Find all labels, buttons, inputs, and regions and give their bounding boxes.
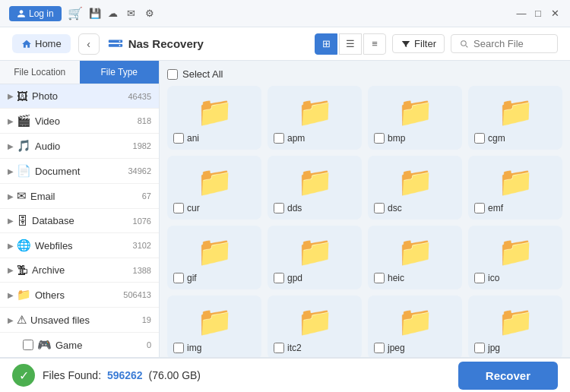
webfiles-icon: 🌐 — [17, 239, 31, 252]
file-checkbox[interactable] — [374, 203, 385, 213]
tab-file-location[interactable]: File Location — [0, 61, 80, 84]
file-checkbox[interactable] — [173, 273, 184, 283]
others-icon: 📁 — [17, 288, 31, 302]
sidebar-item-archive[interactable]: ▶ 🗜 Archive 1388 — [0, 258, 159, 283]
file-checkbox[interactable] — [274, 203, 284, 213]
close-icon[interactable]: ✕ — [549, 8, 561, 20]
login-button[interactable]: Log in — [9, 6, 62, 21]
folder-icon: 📁 — [297, 165, 333, 198]
search-input[interactable] — [473, 38, 549, 49]
recover-button[interactable]: Recover — [458, 362, 558, 390]
list-large-view-button[interactable]: ☰ — [339, 33, 362, 55]
file-item[interactable]: 📁 dds — [268, 156, 362, 220]
gear-icon[interactable]: ⚙ — [144, 8, 156, 20]
file-checkbox[interactable] — [173, 203, 184, 213]
file-item[interactable]: 📁 itc2 — [268, 296, 362, 357]
arrow-icon: ▶ — [8, 316, 14, 324]
folder-icon: 📁 — [197, 305, 233, 338]
sidebar-item-unsaved[interactable]: ▶ ⚠ Unsaved files 19 — [0, 308, 159, 333]
file-checkbox[interactable] — [474, 273, 485, 283]
status-bar: ✓ Files Found: 596262 (76.00 GB) Recover — [0, 357, 570, 392]
disk-icon[interactable]: 💾 — [89, 8, 101, 20]
sidebar-label-audio: Audio — [35, 141, 133, 152]
tab-file-type[interactable]: File Type — [80, 61, 160, 84]
toolbar: Home ‹ Nas Recovery ⊞ ☰ ≡ Filter — [0, 27, 570, 61]
grid-view-button[interactable]: ⊞ — [315, 33, 337, 55]
folder-icon: 📁 — [297, 235, 333, 268]
file-checkbox[interactable] — [474, 343, 485, 353]
maximize-icon[interactable]: □ — [532, 8, 544, 20]
file-label: ico — [474, 273, 556, 283]
file-item[interactable]: 📁 gif — [167, 226, 261, 289]
database-icon: 🗄 — [17, 214, 28, 227]
file-item[interactable]: 📁 jpg — [468, 296, 562, 357]
filter-button[interactable]: Filter — [392, 34, 445, 53]
file-name: ani — [187, 133, 199, 144]
sidebar-label-document: Document — [35, 166, 128, 177]
file-checkbox[interactable] — [374, 133, 385, 144]
select-all-label: Select All — [182, 68, 223, 80]
file-item[interactable]: 📁 heic — [368, 226, 462, 289]
file-item[interactable]: 📁 img — [167, 296, 261, 357]
select-all-row: Select All — [167, 68, 562, 80]
file-name: jpeg — [388, 343, 405, 353]
file-checkbox[interactable] — [173, 133, 184, 144]
home-button[interactable]: Home — [12, 34, 71, 53]
file-item[interactable]: 📁 gpd — [268, 226, 362, 289]
file-checkbox[interactable] — [474, 133, 485, 144]
sidebar-item-audio[interactable]: ▶ 🎵 Audio 1982 — [0, 134, 159, 159]
minimize-icon[interactable]: — — [515, 8, 527, 20]
sidebar-item-others[interactable]: ▶ 📁 Others 506413 — [0, 283, 159, 308]
file-checkbox[interactable] — [474, 203, 485, 213]
select-all-checkbox[interactable] — [167, 69, 178, 80]
file-checkbox[interactable] — [274, 273, 284, 283]
email-icon[interactable]: ✉ — [125, 8, 138, 20]
file-item[interactable]: 📁 ani — [167, 86, 261, 150]
file-name: heic — [388, 273, 404, 283]
file-checkbox[interactable] — [274, 343, 284, 353]
file-checkbox[interactable] — [374, 343, 385, 353]
file-item[interactable]: 📁 apm — [268, 86, 362, 150]
file-name: img — [187, 343, 201, 353]
game-checkbox[interactable] — [23, 340, 33, 350]
file-item[interactable]: 📁 dsc — [368, 156, 462, 220]
file-name: jpg — [488, 343, 500, 353]
sidebar-item-photo[interactable]: ▶ 🖼 Photo 46435 — [0, 84, 159, 109]
file-label: dsc — [374, 203, 456, 213]
file-item[interactable]: 📁 jpeg — [368, 296, 462, 357]
title-bar-left: Log in 🛒 💾 ☁ ✉ ⚙ — [9, 6, 156, 21]
file-item[interactable]: 📁 ico — [468, 226, 562, 289]
file-label: cgm — [474, 133, 556, 144]
file-item[interactable]: 📁 emf — [468, 156, 562, 220]
file-item[interactable]: 📁 cur — [167, 156, 261, 220]
list-view-button[interactable]: ≡ — [363, 33, 386, 55]
folder-icon: 📁 — [297, 305, 333, 338]
cloud-icon[interactable]: ☁ — [107, 8, 119, 20]
sidebar-item-email[interactable]: ▶ ✉ Email 67 — [0, 184, 159, 209]
sidebar-count-video: 818 — [138, 116, 151, 125]
title-bar: Log in 🛒 💾 ☁ ✉ ⚙ — □ ✕ — [0, 0, 570, 27]
sidebar-label-webfiles: Webfiles — [35, 240, 133, 251]
arrow-icon: ▶ — [8, 167, 14, 175]
audio-icon: 🎵 — [17, 139, 31, 153]
back-button[interactable]: ‹ — [78, 33, 100, 55]
file-checkbox[interactable] — [173, 343, 184, 353]
file-checkbox[interactable] — [374, 273, 385, 283]
file-item[interactable]: 📁 bmp — [368, 86, 462, 150]
file-checkbox[interactable] — [274, 133, 284, 144]
sidebar-item-game[interactable]: 🎮 Game 0 — [0, 333, 159, 357]
sidebar-item-database[interactable]: ▶ 🗄 Database 1076 — [0, 209, 159, 233]
files-found-text: Files Found: 596262 (76.00 GB) — [43, 369, 201, 381]
folder-icon: 📁 — [197, 235, 233, 268]
home-label: Home — [35, 38, 62, 49]
arrow-icon: ▶ — [8, 192, 14, 201]
sidebar-label-game: Game — [55, 340, 147, 351]
sidebar-label-photo: Photo — [32, 90, 128, 102]
file-item[interactable]: 📁 cgm — [468, 86, 562, 150]
sidebar-label-email: Email — [30, 191, 142, 202]
sidebar-item-document[interactable]: ▶ 📄 Document 34962 — [0, 159, 159, 184]
cart-icon[interactable]: 🛒 — [68, 6, 83, 21]
sidebar-item-video[interactable]: ▶ 🎬 Video 818 — [0, 109, 159, 134]
sidebar-item-webfiles[interactable]: ▶ 🌐 Webfiles 3102 — [0, 233, 159, 258]
sidebar-label-archive: Archive — [32, 264, 133, 276]
